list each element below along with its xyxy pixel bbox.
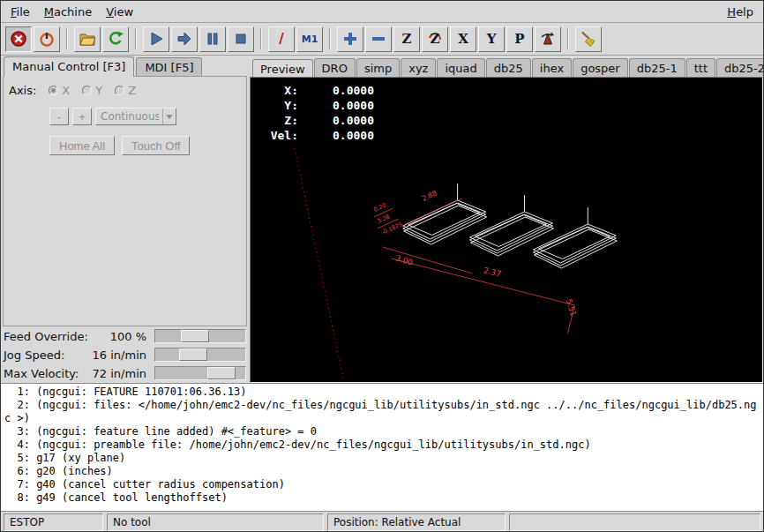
jog-speed-value: 16 in/min — [88, 348, 154, 362]
axis-caption: Axis: — [9, 84, 36, 97]
zoom-out-button[interactable] — [365, 26, 392, 52]
jog-plus-button[interactable]: + — [72, 108, 92, 125]
plus-icon — [341, 30, 359, 48]
zoom-in-button[interactable] — [337, 26, 363, 52]
gcode-line[interactable]: 7: g40 (cancel cutter radius compensatio… — [4, 478, 761, 491]
preview-tab[interactable]: DRO — [314, 58, 356, 77]
dim-label: 2.37 — [483, 266, 502, 279]
gcode-listing[interactable]: 1: (ngcgui: FEATURE 110701:06.36.13) 2: … — [1, 383, 763, 512]
slider-handle[interactable] — [181, 330, 209, 342]
menu-item[interactable]: Machine — [37, 3, 99, 21]
reload-icon — [107, 30, 124, 48]
chevron-down-icon — [166, 115, 173, 119]
view-top-button[interactable]: Z — [393, 26, 420, 52]
preview-tab[interactable]: gosper — [573, 58, 628, 77]
machine-power-button[interactable] — [34, 26, 60, 52]
feed-override-row: Feed Override: 100 % — [4, 328, 246, 344]
control-panel: Manual Control [F3]MDI [F5] Axis: X Y Z — [1, 56, 249, 383]
status-filler — [509, 513, 760, 531]
view-side-button[interactable]: X — [450, 26, 476, 52]
optional-pause-toggle[interactable]: M1 — [296, 26, 323, 52]
view-perspective-button[interactable]: P — [506, 26, 533, 52]
view-front-letter-icon: Y — [487, 33, 497, 46]
stop-icon — [232, 30, 250, 48]
open-file-button[interactable] — [74, 26, 101, 52]
home-all-button[interactable]: Home All — [49, 136, 115, 155]
override-sliders: Feed Override: 100 % Jog Speed: 16 in/mi… — [1, 326, 249, 385]
status-bar: ESTOP No tool Position: Relative Actual — [1, 512, 763, 532]
menu-item[interactable]: File — [4, 3, 37, 21]
jog-speed-slider[interactable] — [154, 348, 246, 362]
menu-item-help[interactable]: Help — [720, 3, 760, 21]
clear-plot-button[interactable] — [575, 26, 602, 52]
axis-radio-y[interactable]: Y — [82, 84, 102, 97]
view-side-letter-icon: X — [458, 33, 468, 46]
jog-minus-button[interactable]: - — [49, 108, 69, 125]
max-velocity-slider[interactable] — [154, 366, 246, 380]
toolbar-separator — [567, 28, 569, 49]
view-rotated-top-button[interactable]: Z — [422, 26, 448, 52]
preview-canvas[interactable]: 2.88 0.20 3.28 -0.1875 3.00 2.37 5.51 X:… — [250, 77, 763, 383]
control-tab[interactable]: MDI [F5] — [136, 57, 202, 76]
readout-vel-label: Vel: — [261, 128, 298, 143]
toolbar-separator — [329, 28, 331, 49]
gcode-line[interactable]: 2: (ngcgui: files: </home/john/emc2-dev/… — [4, 399, 761, 425]
gcode-line[interactable]: 5: g17 (xy plane) — [4, 452, 761, 465]
preview-tab[interactable]: Preview — [252, 59, 313, 78]
axis-z-label: Z — [128, 84, 136, 97]
max-velocity-row: Max Velocity: 72 in/min — [4, 365, 246, 381]
gcode-line[interactable]: 1: (ngcgui: FEATURE 110701:06.36.13) — [4, 386, 761, 399]
slider-handle[interactable] — [179, 348, 207, 361]
open-folder-icon — [79, 30, 96, 48]
feed-override-value: 100 % — [88, 330, 154, 343]
max-velocity-label: Max Velocity: — [4, 367, 88, 380]
preview-tab[interactable]: db25-1 — [629, 58, 685, 77]
status-position-mode: Position: Relative Actual — [327, 513, 506, 531]
run-button[interactable] — [143, 26, 169, 52]
slider-handle[interactable] — [207, 367, 236, 379]
skip-lines-toggle[interactable]: / — [268, 26, 295, 52]
view-front-button[interactable]: Y — [478, 26, 505, 52]
combo-arrow-button[interactable] — [162, 109, 176, 124]
readout-z-value: 0.0000 — [298, 113, 374, 128]
toolbar-separator — [135, 28, 137, 49]
radio-icon — [82, 86, 92, 95]
reload-file-button[interactable] — [102, 26, 129, 52]
gcode-line[interactable]: 3: (ngcgui: feature line added) #<_featu… — [4, 425, 761, 438]
preview-tab[interactable]: db25 — [486, 58, 531, 77]
status-tool: No tool — [107, 513, 324, 531]
touch-off-button[interactable]: Touch Off — [122, 136, 190, 155]
menu-item[interactable]: View — [99, 3, 140, 21]
radio-icon — [49, 86, 58, 95]
stop-button[interactable] — [228, 26, 254, 52]
slash-icon: / — [279, 31, 283, 47]
view-rotated-top-letter-icon: Z — [431, 33, 440, 46]
readout-vel-value: 0.0000 — [298, 128, 374, 143]
step-button[interactable] — [171, 26, 198, 52]
max-velocity-value: 72 in/min — [88, 367, 154, 380]
toolpath-shape-3 — [533, 207, 617, 268]
preview-tab[interactable]: ttt — [686, 58, 715, 77]
preview-tab[interactable]: ihex — [532, 58, 572, 77]
jog-increment-value: Continuous — [101, 110, 159, 123]
preview-tab[interactable]: simp — [356, 58, 400, 77]
preview-tab[interactable]: db25-2 — [716, 58, 764, 77]
estop-button[interactable] — [5, 26, 32, 52]
feed-override-slider[interactable] — [154, 329, 246, 343]
jog-increment-combobox[interactable]: Continuous — [95, 108, 176, 125]
minus-icon — [370, 30, 387, 48]
preview-tab[interactable]: xyz — [401, 58, 436, 77]
preview-tab[interactable]: iquad — [437, 58, 484, 77]
gcode-line[interactable]: 6: g20 (inches) — [4, 465, 761, 478]
axis-x-label: X — [62, 84, 70, 97]
position-readout: X:0.0000 Y:0.0000 Z:0.0000 Vel:0.0000 — [261, 83, 374, 143]
axis-radio-x[interactable]: X — [49, 84, 70, 97]
rotate-view-button[interactable] — [535, 26, 561, 52]
gcode-line[interactable]: 8: g49 (cancel tool lengthoffset) — [4, 491, 761, 505]
jog-speed-label: Jog Speed: — [4, 348, 88, 362]
gcode-line[interactable]: 4: (ngcgui: preamble file: /home/john/em… — [4, 438, 761, 452]
readout-y-label: Y: — [261, 98, 298, 113]
control-tab[interactable]: Manual Control [F3] — [4, 56, 134, 77]
pause-button[interactable] — [199, 26, 226, 52]
axis-radio-z[interactable]: Z — [115, 84, 136, 97]
